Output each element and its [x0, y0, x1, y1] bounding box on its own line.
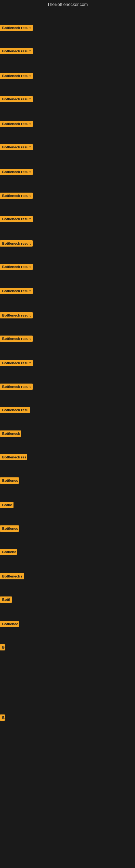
bottleneck-badge-11: Bottleneck result [0, 264, 33, 270]
bottleneck-badge-27: B [0, 644, 5, 650]
bottleneck-badge-16: Bottleneck result [0, 383, 33, 390]
bottleneck-item-6[interactable]: Bottleneck result [0, 144, 33, 151]
bottleneck-item-25[interactable]: Bottl [0, 596, 12, 604]
bottleneck-item-28[interactable]: B [0, 714, 5, 722]
bottleneck-item-12[interactable]: Bottleneck result [0, 288, 33, 295]
bottleneck-badge-1: Bottleneck result [0, 25, 33, 31]
bottleneck-item-3[interactable]: Bottleneck result [0, 73, 33, 80]
bottleneck-badge-14: Bottleneck result [0, 336, 33, 342]
bottleneck-item-10[interactable]: Bottleneck result [0, 240, 33, 248]
bottleneck-badge-5: Bottleneck result [0, 121, 33, 127]
bottleneck-badge-15: Bottleneck result [0, 360, 33, 366]
bottleneck-badge-2: Bottleneck result [0, 48, 33, 54]
bottleneck-badge-17: Bottleneck resu [0, 407, 30, 413]
bottleneck-badge-18: Bottleneck [0, 431, 21, 437]
bottleneck-badge-13: Bottleneck result [0, 312, 33, 318]
bottleneck-badge-6: Bottleneck result [0, 144, 33, 150]
bottleneck-item-18[interactable]: Bottleneck [0, 431, 21, 438]
bottleneck-item-1[interactable]: Bottleneck result [0, 25, 33, 32]
bottleneck-badge-25: Bottl [0, 596, 12, 603]
bottleneck-item-5[interactable]: Bottleneck result [0, 121, 33, 128]
bottleneck-badge-9: Bottleneck result [0, 216, 33, 222]
bottleneck-item-2[interactable]: Bottleneck result [0, 48, 33, 55]
bottleneck-item-4[interactable]: Bottleneck result [0, 96, 33, 103]
bottleneck-badge-21: Bottle [0, 502, 13, 508]
bottleneck-item-20[interactable]: Bottlenec [0, 477, 19, 485]
bottleneck-badge-4: Bottleneck result [0, 96, 33, 102]
bottleneck-badge-22: Bottlenec [0, 525, 19, 532]
bottleneck-badge-24: Bottleneck r [0, 573, 24, 579]
bottleneck-item-27[interactable]: B [0, 644, 5, 652]
bottleneck-item-23[interactable]: Bottlene [0, 549, 17, 556]
bottleneck-item-19[interactable]: Bottleneck res [0, 454, 27, 461]
bottleneck-item-15[interactable]: Bottleneck result [0, 360, 33, 367]
site-title: TheBottlenecker.com [0, 0, 135, 9]
bottleneck-badge-3: Bottleneck result [0, 73, 33, 79]
bottleneck-badge-19: Bottleneck res [0, 454, 27, 460]
bottleneck-item-24[interactable]: Bottleneck r [0, 573, 24, 581]
bottleneck-item-14[interactable]: Bottleneck result [0, 336, 33, 343]
bottleneck-item-22[interactable]: Bottlenec [0, 525, 19, 533]
bottleneck-item-17[interactable]: Bottleneck resu [0, 407, 30, 414]
bottleneck-item-21[interactable]: Bottle [0, 502, 13, 509]
bottleneck-item-7[interactable]: Bottleneck result [0, 169, 33, 176]
bottleneck-badge-23: Bottlene [0, 549, 17, 555]
bottleneck-badge-20: Bottlenec [0, 477, 19, 484]
bottleneck-badge-12: Bottleneck result [0, 288, 33, 294]
bottleneck-item-16[interactable]: Bottleneck result [0, 383, 33, 391]
bottleneck-item-26[interactable]: Bottlenec [0, 621, 19, 628]
bottleneck-badge-26: Bottlenec [0, 621, 19, 627]
bottleneck-item-13[interactable]: Bottleneck result [0, 312, 33, 319]
bottleneck-item-8[interactable]: Bottleneck result [0, 193, 33, 200]
bottleneck-badge-7: Bottleneck result [0, 169, 33, 175]
bottleneck-badge-10: Bottleneck result [0, 240, 33, 247]
bottleneck-item-11[interactable]: Bottleneck result [0, 264, 33, 271]
bottleneck-badge-28: B [0, 714, 5, 721]
bottleneck-item-9[interactable]: Bottleneck result [0, 216, 33, 223]
bottleneck-badge-8: Bottleneck result [0, 193, 33, 199]
